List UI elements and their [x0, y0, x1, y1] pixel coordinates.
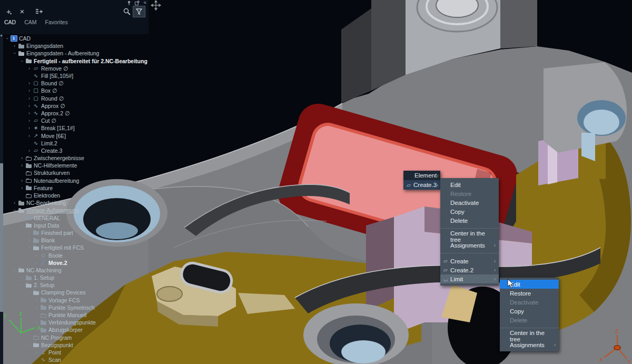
menu-item-copy[interactable]: Copy — [440, 207, 499, 216]
chevron-right-icon[interactable]: › — [19, 178, 25, 183]
chevron-right-icon[interactable]: › — [26, 238, 32, 243]
chevron-right-icon[interactable]: › — [34, 327, 39, 332]
chevron-right-icon[interactable]: › — [26, 66, 32, 71]
chevron-right-icon[interactable]: › — [34, 320, 39, 325]
chevron-right-icon[interactable]: › — [26, 118, 32, 123]
menu-item-limit[interactable]: ◡Limit› — [440, 274, 499, 283]
tree-item[interactable]: ∿Scan — [4, 356, 149, 363]
chevron-right-icon[interactable]: › — [19, 163, 25, 168]
chevron-right-icon[interactable]: › — [19, 215, 25, 221]
tree-item[interactable]: ›◇Boole — [4, 251, 149, 259]
chevron-right-icon[interactable]: › — [34, 253, 39, 258]
tree-item[interactable]: ›Verbindungspunkte — [4, 319, 149, 326]
menu-item-restore[interactable]: Restore — [500, 289, 559, 298]
chevron-down-icon[interactable]: › — [12, 208, 17, 213]
tree-item[interactable]: ›▢Round ∅ — [4, 95, 149, 102]
chevron-down-icon[interactable]: › — [5, 36, 10, 42]
chevron-right-icon[interactable]: › — [26, 230, 32, 235]
chevron-right-icon[interactable]: › — [26, 111, 32, 116]
tree-item[interactable]: ›↗Move [6E] — [4, 132, 149, 139]
chevron-right-icon[interactable]: › — [34, 260, 39, 265]
tree-item[interactable]: ›╱Move.2 — [4, 259, 149, 267]
tree-item[interactable]: ∿Fill [5E,105#] — [4, 72, 149, 80]
chevron-down-icon[interactable]: › — [12, 267, 17, 273]
tree-item[interactable]: ›▢Bound ∅ — [4, 80, 149, 87]
chevron-right-icon[interactable]: › — [26, 148, 32, 153]
add-button[interactable]: + ▾ — [2, 6, 16, 17]
tab-cad[interactable]: CAD — [4, 19, 16, 25]
tree-scrollbar[interactable]: ▲ — [0, 34, 3, 364]
tree-item[interactable]: ›Eingangsdaten — [4, 42, 149, 50]
tree-item[interactable]: ›GENERAL — [4, 214, 149, 222]
tree-item[interactable]: ›□Box ∅ — [4, 87, 149, 94]
tree-item[interactable]: ›∗Break [1E,1#] — [4, 124, 149, 132]
tree-item[interactable]: ›NC-Hilfselemente — [4, 162, 149, 169]
menu-item-edit[interactable]: Edit — [440, 180, 499, 189]
tree-item[interactable]: ›Fertigteil - aufbereitet für 2.NC-Bearb… — [4, 57, 149, 65]
tree-item[interactable]: ›Fertigteil mit FCS — [4, 244, 149, 251]
tree-item[interactable]: NC Program — [4, 334, 149, 341]
scrollbar-thumb[interactable] — [0, 163, 3, 312]
tree-item[interactable]: ∿Limit.2 — [4, 140, 149, 147]
tree-item[interactable]: ›Feature — [4, 184, 149, 192]
tree-item[interactable]: ›1CAD — [4, 35, 149, 42]
tree-item[interactable]: ›Zwischenergebnisse — [4, 154, 149, 162]
tree-item[interactable]: Elektroden — [4, 192, 149, 199]
tab-cam[interactable]: CAM — [24, 19, 36, 25]
chevron-right-icon[interactable]: › — [34, 305, 39, 310]
chevron-right-icon[interactable]: › — [12, 200, 17, 205]
chevron-right-icon[interactable]: › — [19, 155, 25, 161]
chevron-right-icon[interactable]: › — [34, 298, 39, 303]
menu-item-center-in-the-tree[interactable]: Center in the tree — [440, 232, 499, 241]
chevron-right-icon[interactable]: › — [34, 350, 39, 355]
filter-toggle-button[interactable] — [133, 6, 145, 17]
tree-item[interactable]: ›Vorlage Aufspannung — [4, 206, 149, 214]
tree-item[interactable]: ›Eingangsdaten - Aufbereitung — [4, 50, 149, 57]
menu-item-copy[interactable]: Copy — [500, 307, 559, 316]
tree-item[interactable]: ›NC-Bearbeitung — [4, 199, 149, 206]
tree-item[interactable]: Strukturkurven — [4, 169, 149, 176]
tree-item[interactable]: ›Abzugskörper — [4, 326, 149, 333]
chevron-down-icon[interactable]: › — [19, 58, 25, 64]
chevron-right-icon[interactable]: › — [26, 88, 32, 93]
tree-item[interactable]: ›Blank — [4, 237, 149, 244]
chevron-right-icon[interactable]: › — [26, 133, 32, 139]
menu-item-delete[interactable]: Delete — [440, 216, 499, 225]
chevron-right-icon[interactable]: › — [26, 125, 32, 131]
tree-item[interactable]: ›∿Approx.2 ∅ — [4, 110, 149, 117]
pop-out-icon[interactable] — [135, 1, 140, 5]
menu-item-assignments[interactable]: Assignments› — [500, 340, 559, 349]
menu-item-create[interactable]: ▱Create› — [440, 257, 499, 265]
tree-item[interactable]: ›Punkte Symetrisch — [4, 304, 149, 311]
chevron-right-icon[interactable]: › — [26, 96, 32, 101]
tree-item[interactable]: ›NC-Machining — [4, 267, 149, 274]
chevron-down-icon[interactable]: › — [27, 245, 32, 251]
tree-item[interactable]: ›Bezugspunkt — [4, 341, 149, 349]
menu-item-create-3[interactable]: ▱Create.3› — [403, 180, 440, 190]
menu-item-center-in-the-tree[interactable]: Center in the tree — [500, 331, 559, 340]
search-button[interactable] — [121, 6, 133, 17]
chevron-right-icon[interactable]: › — [26, 103, 32, 109]
chevron-right-icon[interactable]: › — [19, 275, 25, 280]
chevron-down-icon[interactable]: › — [27, 342, 32, 348]
pin-icon[interactable] — [127, 1, 131, 5]
menu-item-create-2[interactable]: ▱Create.2› — [440, 265, 499, 274]
collapse-panel-icon[interactable]: « — [143, 0, 146, 5]
tree-item[interactable]: ›2. Setup — [4, 281, 149, 289]
menu-item-element[interactable]: Element› — [403, 171, 440, 180]
tree-item[interactable]: ›▱Cut ∅ — [4, 117, 149, 124]
tree-item[interactable]: ›⊥Point — [4, 349, 149, 356]
chevron-down-icon[interactable]: › — [19, 222, 25, 228]
tree-item[interactable]: ›▱Create.3 — [4, 147, 149, 154]
chevron-down-icon[interactable]: › — [27, 290, 32, 296]
chevron-right-icon[interactable]: › — [12, 43, 17, 48]
chevron-down-icon[interactable]: › — [19, 282, 25, 288]
tree-item[interactable]: ›Clamping Devices — [4, 289, 149, 296]
chevron-right-icon[interactable]: › — [26, 81, 32, 86]
tree-item[interactable]: ›Input Data — [4, 222, 149, 229]
chevron-down-icon[interactable]: › — [12, 51, 17, 56]
menu-item-deactivate[interactable]: Deactivate — [440, 198, 499, 207]
tree-item[interactable]: ›Finished part — [4, 229, 149, 237]
tree-item[interactable]: ›∿Approx ∅ — [4, 102, 149, 110]
tree-item[interactable]: ›1. Setup — [4, 274, 149, 281]
